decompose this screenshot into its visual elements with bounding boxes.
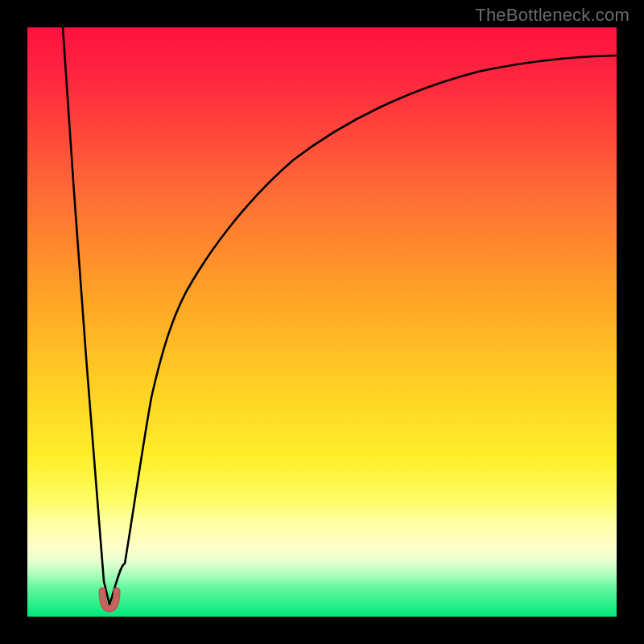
bottleneck-curve — [27, 27, 617, 617]
watermark-text: TheBottleneck.com — [475, 5, 630, 26]
min-marker — [102, 591, 117, 609]
plot-area — [27, 27, 617, 617]
curve-right-branch — [109, 56, 617, 605]
chart-frame: TheBottleneck.com — [0, 0, 644, 644]
curve-left-branch — [63, 27, 109, 605]
